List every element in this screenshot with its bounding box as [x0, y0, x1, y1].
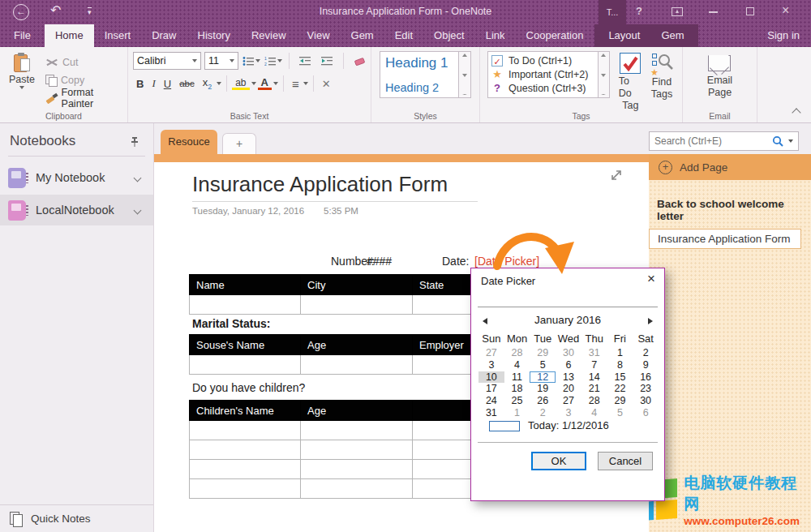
calendar-day[interactable]: 30: [633, 395, 659, 407]
calendar-day[interactable]: 28: [504, 347, 530, 359]
align-dropdown-icon[interactable]: [303, 82, 308, 85]
new-section-tab[interactable]: +: [222, 133, 256, 154]
italic-button[interactable]: I: [148, 77, 158, 90]
cancel-button[interactable]: Cancel: [598, 452, 653, 470]
font-color-button[interactable]: A: [258, 77, 272, 90]
menu-tab-insert-2[interactable]: Insert: [94, 24, 142, 47]
add-page-bar[interactable]: + Add Page: [649, 154, 811, 180]
decrease-indent-button[interactable]: [296, 52, 315, 70]
strikethrough-button[interactable]: abc: [176, 79, 198, 88]
calendar-day[interactable]: 2: [530, 407, 556, 419]
calendar-day[interactable]: 24: [478, 395, 504, 407]
menu-tab-review-5[interactable]: Review: [241, 24, 297, 47]
calendar-day[interactable]: 27: [478, 347, 504, 359]
calendar-day[interactable]: 22: [607, 383, 633, 395]
calendar-day[interactable]: 1: [504, 407, 530, 419]
contextual-tab-gem-1[interactable]: Gem: [650, 24, 694, 47]
expand-page-icon[interactable]: [610, 169, 623, 182]
table-cell[interactable]: [190, 295, 301, 315]
copy-button[interactable]: Copy: [45, 72, 122, 88]
numbered-list-button[interactable]: 12: [264, 52, 282, 70]
calendar-day[interactable]: 17: [478, 383, 504, 395]
calendar-next-month-icon[interactable]: [648, 318, 653, 324]
menu-tab-object-9[interactable]: Object: [423, 24, 475, 47]
bullet-list-button[interactable]: [242, 52, 260, 70]
calendar-day[interactable]: 11: [504, 371, 530, 384]
calendar-day[interactable]: 23: [633, 383, 659, 395]
calendar-day[interactable]: 9: [633, 359, 659, 371]
ribbon-display-options-icon[interactable]: [672, 7, 683, 16]
calendar-day[interactable]: 3: [478, 359, 504, 371]
calendar-day[interactable]: 14: [581, 371, 607, 384]
highlight-button[interactable]: ab: [232, 78, 249, 90]
subscript-button[interactable]: x2: [200, 76, 216, 91]
cut-button[interactable]: Cut: [45, 54, 122, 71]
menu-tab-edit-8[interactable]: Edit: [384, 24, 423, 47]
calendar-day[interactable]: 7: [581, 359, 607, 371]
menu-tab-link-10[interactable]: Link: [475, 24, 516, 47]
table-cell[interactable]: [301, 460, 413, 479]
paste-button[interactable]: Paste: [5, 51, 39, 91]
table-cell[interactable]: [301, 479, 413, 499]
format-painter-button[interactable]: Format Painter: [45, 90, 122, 106]
clear-formatting-button[interactable]: ✕: [319, 78, 334, 90]
table-cell[interactable]: [190, 440, 301, 460]
calendar-day[interactable]: 20: [556, 383, 581, 395]
menu-tab-draw-3[interactable]: Draw: [141, 24, 187, 47]
style-item-heading-1[interactable]: Heading 1: [385, 55, 453, 71]
chevron-down-icon[interactable]: [134, 174, 142, 182]
table-cell[interactable]: [301, 295, 413, 315]
bold-button[interactable]: B: [133, 78, 147, 90]
calendar-day[interactable]: 30: [556, 347, 581, 359]
tag-item-question[interactable]: ?Question (Ctrl+3): [491, 81, 594, 95]
chevron-down-icon[interactable]: [134, 206, 142, 214]
search-input[interactable]: [654, 135, 767, 147]
calendar-month-label[interactable]: January 2016: [471, 314, 664, 326]
font-size-select[interactable]: 11: [204, 52, 238, 70]
search-box[interactable]: [649, 131, 799, 151]
menu-tab-history-4[interactable]: History: [187, 24, 241, 47]
table-cell[interactable]: [301, 440, 413, 460]
calendar-day[interactable]: 6: [633, 407, 659, 419]
calendar-day[interactable]: 28: [581, 395, 607, 407]
table-cell[interactable]: [301, 421, 413, 440]
table-cell[interactable]: [190, 479, 301, 499]
calendar-day[interactable]: 15: [607, 371, 633, 384]
increase-indent-button[interactable]: [318, 52, 337, 70]
page-list-item[interactable]: Back to school welcome letter: [649, 195, 811, 225]
tags-scrollbar[interactable]: [599, 51, 610, 98]
notebook-item-localnotebook[interactable]: LocalNotebook: [0, 195, 153, 225]
styles-scrollbar[interactable]: [459, 51, 471, 98]
calendar-day[interactable]: 26: [530, 395, 556, 407]
calendar-day[interactable]: 5: [607, 407, 633, 419]
maximize-icon[interactable]: [746, 7, 754, 15]
calendar-day[interactable]: 4: [504, 359, 530, 371]
table-cell[interactable]: [190, 460, 301, 479]
close-window-icon[interactable]: ×: [782, 3, 789, 18]
calendar-day[interactable]: 18: [504, 383, 530, 395]
calendar-day[interactable]: 19: [530, 383, 556, 395]
font-color-dropdown-icon[interactable]: [273, 82, 278, 85]
today-label[interactable]: Today: 1/12/2016: [528, 419, 609, 431]
table-cell[interactable]: [301, 355, 413, 375]
calendar-day[interactable]: 2: [633, 347, 659, 359]
calendar-day[interactable]: 31: [581, 347, 607, 359]
calendar-day[interactable]: 6: [556, 359, 581, 371]
todo-tag-button[interactable]: To Do Tag: [615, 51, 646, 114]
menu-tab-cooperation-11[interactable]: Cooperation: [516, 24, 594, 47]
calendar-day[interactable]: 27: [556, 395, 581, 407]
font-family-select[interactable]: Calibri: [133, 52, 201, 70]
calendar-day[interactable]: 31: [478, 407, 504, 419]
quick-notes-button[interactable]: Quick Notes: [0, 505, 153, 532]
calendar-day[interactable]: 16: [633, 371, 659, 384]
table-cell[interactable]: [190, 355, 301, 375]
help-icon[interactable]: ?: [636, 5, 642, 17]
paragraph-align-button[interactable]: ≡: [289, 77, 302, 91]
highlight-dropdown-icon[interactable]: [251, 82, 256, 85]
calendar-day[interactable]: 5: [530, 359, 556, 371]
notebook-item-my-notebook[interactable]: My Notebook: [0, 162, 153, 193]
underline-button[interactable]: U: [161, 78, 174, 90]
subscript-dropdown-icon[interactable]: [217, 82, 221, 85]
number-value[interactable]: ####: [367, 255, 392, 268]
calendar-day[interactable]: 29: [530, 347, 556, 359]
